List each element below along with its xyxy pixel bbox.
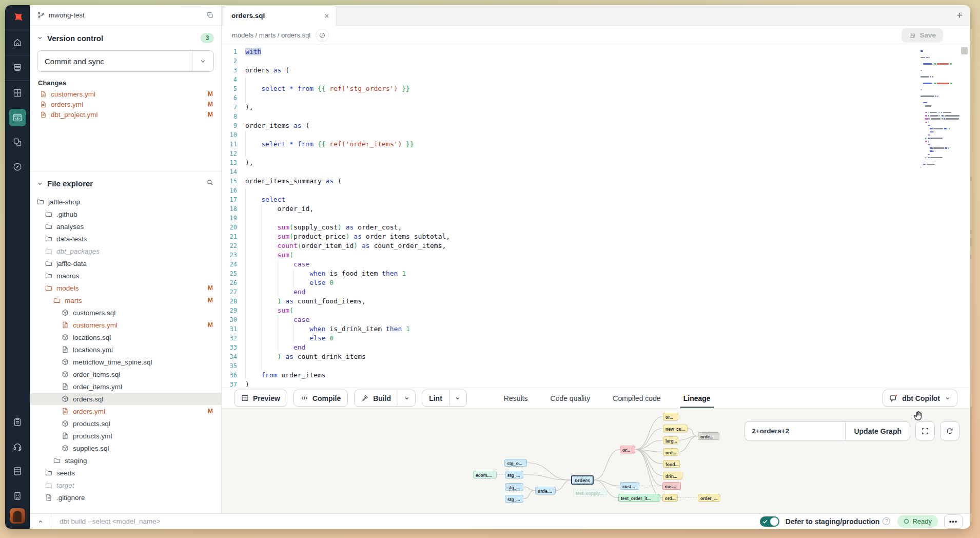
branch-name[interactable]: mwong-test: [49, 11, 206, 19]
build-button[interactable]: Build: [354, 390, 416, 407]
code-line[interactable]: 4: [222, 75, 918, 84]
lint-button[interactable]: Lint: [422, 390, 467, 407]
lineage-node-stg_c[interactable]: stg_...: [505, 495, 523, 503]
code-line[interactable]: 35: [222, 361, 918, 371]
tree-folder-marts[interactable]: martsM: [30, 294, 221, 306]
tree-file-order-items-yml[interactable]: order_items.yml: [30, 380, 221, 393]
code-line[interactable]: 25when is_food_item then 1: [222, 269, 918, 278]
lineage-node-test_order[interactable]: test_order_it...: [618, 494, 660, 502]
lineage-node-y5[interactable]: food...: [663, 460, 680, 468]
tree-folder-data-tests[interactable]: data-tests: [30, 233, 221, 245]
dbt-logo-icon[interactable]: [5, 5, 30, 30]
tree-file-orders-sql[interactable]: orders.sql: [30, 393, 221, 405]
tree-file-metricflow-time-spine-sql[interactable]: metricflow_time_spine.sql: [30, 356, 221, 368]
lineage-node-stg_top[interactable]: stg_o...: [504, 459, 527, 467]
new-tab-button[interactable]: [949, 5, 970, 25]
code-line[interactable]: 22count(order_item_id) as count_order_it…: [222, 241, 918, 251]
code-line[interactable]: 37): [222, 380, 918, 388]
changed-file-row[interactable]: dbt_project.ymlM: [30, 109, 221, 120]
lineage-node-cust[interactable]: cust...: [620, 482, 639, 490]
code-line[interactable]: 17select: [222, 195, 918, 204]
save-button[interactable]: Save: [901, 28, 943, 43]
lineage-node-stg_b[interactable]: stg_...: [505, 483, 523, 491]
code-line[interactable]: 16: [222, 186, 918, 195]
code-line[interactable]: 26else 0: [222, 278, 918, 287]
code-line[interactable]: 29sum(: [222, 306, 918, 315]
copy-path-icon[interactable]: [316, 29, 329, 42]
code-line[interactable]: 28) as count_food_items,: [222, 297, 918, 306]
commit-and-sync-button[interactable]: Commit and sync: [37, 50, 214, 72]
code-line[interactable]: 31when is_drink_item then 1: [222, 324, 918, 334]
tree-file-customers-sql[interactable]: customers.sql: [30, 306, 221, 319]
code-line[interactable]: 8: [222, 112, 918, 121]
tree-file-products-yml[interactable]: products.yml: [30, 430, 221, 442]
file-search-icon[interactable]: [206, 179, 214, 188]
tree-folder-jaffle-data[interactable]: jaffle-data: [30, 257, 221, 270]
code-line[interactable]: 2: [222, 56, 918, 66]
code-line[interactable]: 19: [222, 214, 918, 223]
tree-file-customers-yml[interactable]: customers.ymlM: [30, 319, 221, 331]
code-line[interactable]: 5select * from {{ ref('stg_orders') }}: [222, 84, 918, 93]
changed-file-row[interactable]: orders.ymlM: [30, 99, 221, 109]
code-line[interactable]: 3orders as (: [222, 66, 918, 75]
tree-folder-jaffle-shop[interactable]: jaffle-shop: [30, 196, 221, 208]
update-graph-button[interactable]: Update Graph: [845, 421, 910, 440]
minimap[interactable]: [918, 45, 970, 388]
code-line[interactable]: 11select * from {{ ref('order_items') }}: [222, 140, 918, 149]
lineage-node-cus_pink[interactable]: cus...: [662, 482, 681, 490]
code-line[interactable]: 9order_items as (: [222, 121, 918, 130]
lineage-filter-input[interactable]: 2+orders+2: [744, 421, 845, 440]
tree-folder-seeds[interactable]: seeds: [30, 467, 221, 479]
code-line[interactable]: 24case: [222, 260, 918, 269]
code-line[interactable]: 33end: [222, 343, 918, 352]
lineage-node-y8[interactable]: order_...: [698, 494, 720, 502]
tree-file-orders-yml[interactable]: orders.ymlM: [30, 405, 221, 417]
lineage-node-y1[interactable]: or...: [663, 413, 678, 420]
lineage-node-ghost[interactable]: test_supply...: [573, 489, 607, 496]
user-avatar[interactable]: [10, 508, 25, 524]
version-control-title[interactable]: Version control: [47, 34, 201, 43]
help-icon[interactable]: ?: [883, 517, 890, 525]
code-line[interactable]: 21sum(product_price) as order_items_subt…: [222, 232, 918, 241]
lineage-node-y4[interactable]: ord...: [663, 448, 678, 456]
lineage-node-y6[interactable]: drin...: [663, 472, 682, 479]
tree-file-locations-sql[interactable]: locations.sql: [30, 331, 221, 343]
home-icon[interactable]: [5, 30, 30, 55]
fullscreen-button[interactable]: [915, 421, 935, 440]
environments-stack-icon[interactable]: [5, 55, 30, 80]
code-line[interactable]: 27end: [222, 287, 918, 297]
code-line[interactable]: 6: [222, 93, 918, 103]
support-headset-icon[interactable]: [5, 434, 30, 459]
code-line[interactable]: 14: [222, 167, 918, 177]
minimap-slider[interactable]: [961, 47, 968, 54]
tree-file--gitignore[interactable]: .gitignore: [30, 491, 221, 504]
changed-file-row[interactable]: customers.ymlM: [30, 89, 221, 99]
tree-folder-staging[interactable]: staging: [30, 454, 221, 467]
lineage-node-stg_a[interactable]: stg_...: [505, 471, 523, 478]
code-editor-icon[interactable]: [5, 105, 30, 130]
tab-lineage[interactable]: Lineage: [682, 388, 712, 408]
orchestration-icon[interactable]: [5, 130, 30, 155]
tree-folder-dbt-packages[interactable]: dbt_packages: [30, 245, 221, 257]
clipboard-icon[interactable]: [5, 410, 30, 434]
tree-folder-analyses[interactable]: analyses: [30, 220, 221, 233]
code-line[interactable]: 32else 0: [222, 334, 918, 343]
code-line[interactable]: 1with: [222, 47, 918, 56]
lint-options-dropdown[interactable]: [449, 390, 466, 406]
tree-folder--github[interactable]: .github: [30, 208, 221, 220]
file-explorer-title[interactable]: File explorer: [47, 179, 206, 188]
lineage-panel[interactable]: ecom....stg_o...stg_...stg_...stg_...ord…: [222, 408, 970, 513]
code-line[interactable]: 13),: [222, 158, 918, 167]
code-line[interactable]: 12: [222, 149, 918, 158]
build-options-dropdown[interactable]: [398, 390, 415, 406]
copy-icon[interactable]: [206, 11, 214, 19]
code-line[interactable]: 34) as count_drink_items: [222, 352, 918, 361]
code-editor[interactable]: 1with23orders as (45select * from {{ ref…: [222, 45, 970, 388]
lineage-node-y3[interactable]: larg...: [663, 436, 678, 444]
lineage-node-ecom[interactable]: ecom....: [473, 471, 497, 478]
lineage-node-gray[interactable]: orde...: [698, 432, 719, 440]
chevron-down-icon[interactable]: [37, 35, 43, 41]
code-line[interactable]: 7),: [222, 103, 918, 112]
code-line[interactable]: 15order_items_summary as (: [222, 177, 918, 186]
tree-file-supplies-sql[interactable]: supplies.sql: [30, 442, 221, 454]
